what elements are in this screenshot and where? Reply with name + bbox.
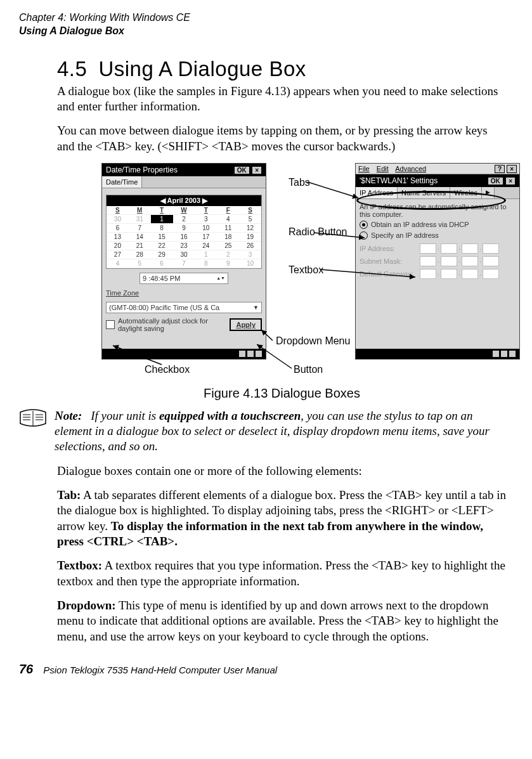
dow: T bbox=[151, 206, 173, 215]
ok-button[interactable]: OK bbox=[234, 166, 250, 174]
cal-day[interactable]: 2 bbox=[217, 250, 239, 259]
callout-radio: Radio Button bbox=[289, 226, 347, 238]
cal-day[interactable]: 3 bbox=[195, 215, 217, 224]
dow: T bbox=[195, 206, 217, 215]
ip-octet[interactable] bbox=[441, 243, 457, 254]
cal-day[interactable]: 20 bbox=[107, 242, 129, 250]
radio-dhcp[interactable] bbox=[360, 221, 368, 229]
month-label: April 2003 bbox=[167, 197, 201, 204]
def-tab: Tab: A tab separates different elements … bbox=[57, 488, 507, 549]
gw-octet[interactable] bbox=[483, 269, 499, 279]
cal-day[interactable]: 25 bbox=[217, 242, 239, 250]
callout-tabs: Tabs bbox=[289, 177, 310, 188]
chapter-header: Chapter 4: Working With Windows CE Using… bbox=[19, 11, 513, 38]
cal-day[interactable]: 6 bbox=[151, 259, 173, 268]
note-block: Note:If your unit is equipped with a tou… bbox=[19, 408, 507, 455]
cal-day[interactable]: 4 bbox=[217, 215, 239, 224]
menu-edit[interactable]: Edit bbox=[377, 165, 389, 172]
cal-day[interactable]: 10 bbox=[195, 224, 217, 233]
intro-paragraph-2: You can move between dialogue items by t… bbox=[57, 123, 507, 154]
month-next-icon[interactable]: ▶ bbox=[202, 197, 207, 204]
cal-day[interactable]: 8 bbox=[195, 259, 217, 268]
cal-day[interactable]: 17 bbox=[195, 233, 217, 242]
subject-line: Using A Dialogue Box bbox=[19, 25, 513, 38]
cal-day[interactable]: 11 bbox=[217, 224, 239, 233]
gw-octet[interactable] bbox=[462, 269, 478, 279]
spinner-icon[interactable]: ▲▼ bbox=[216, 276, 225, 280]
cal-day[interactable]: 2 bbox=[173, 215, 195, 224]
cal-day[interactable]: 5 bbox=[129, 259, 151, 268]
cal-day[interactable]: 24 bbox=[195, 242, 217, 250]
window-title: '$NETWLAN1' Settings bbox=[360, 176, 438, 185]
cal-day[interactable]: 22 bbox=[151, 242, 173, 250]
taskbar-icon bbox=[509, 351, 516, 357]
cal-day[interactable]: 30 bbox=[173, 250, 195, 259]
cal-day[interactable]: 27 bbox=[107, 250, 129, 259]
tab-date-time[interactable]: Date/Time bbox=[102, 176, 142, 188]
cal-day[interactable]: 18 bbox=[217, 233, 239, 242]
close-button[interactable]: × bbox=[252, 166, 262, 174]
month-prev-icon[interactable]: ◀ bbox=[160, 197, 165, 204]
timezone-dropdown[interactable]: (GMT-08:00) Pacific Time (US & Ca ▼ bbox=[106, 302, 262, 313]
radio-specify[interactable] bbox=[360, 231, 368, 240]
note-icon bbox=[19, 408, 47, 430]
cal-day[interactable]: 30 bbox=[107, 215, 129, 224]
taskbar-icon bbox=[493, 351, 499, 357]
cal-day[interactable]: 31 bbox=[129, 215, 151, 224]
cal-day[interactable]: 21 bbox=[129, 242, 151, 250]
section-number: 4.5 bbox=[57, 57, 87, 81]
mask-octet[interactable] bbox=[462, 256, 478, 266]
time-input[interactable]: 9 :48:45 PM ▲▼ bbox=[139, 273, 228, 284]
cal-day[interactable]: 7 bbox=[173, 259, 195, 268]
cal-day-selected[interactable]: 1 bbox=[151, 215, 173, 224]
close-button[interactable]: × bbox=[505, 177, 516, 185]
cal-day[interactable]: 28 bbox=[129, 250, 151, 259]
mask-octet[interactable] bbox=[420, 256, 436, 266]
taskbar bbox=[356, 349, 519, 359]
tab-ip-address[interactable]: IP Address bbox=[356, 187, 398, 198]
cal-day[interactable]: 7 bbox=[129, 224, 151, 233]
cal-day[interactable]: 13 bbox=[107, 233, 129, 242]
ok-button[interactable]: OK bbox=[488, 177, 503, 185]
dow: M bbox=[129, 206, 151, 215]
dow: W bbox=[173, 206, 195, 215]
cal-day[interactable]: 1 bbox=[195, 250, 217, 259]
daylight-checkbox[interactable] bbox=[106, 320, 115, 329]
screenshot-date-time: Date/Time Properties OK × Date/Time ◀ Ap… bbox=[101, 163, 266, 360]
cal-day[interactable]: 4 bbox=[107, 259, 129, 268]
tab-wireless[interactable]: Wireles bbox=[450, 187, 482, 198]
mask-octet[interactable] bbox=[483, 256, 499, 266]
help-button[interactable]: ? bbox=[495, 165, 505, 173]
cal-day[interactable]: 29 bbox=[151, 250, 173, 259]
cal-day[interactable]: 19 bbox=[239, 233, 261, 242]
cal-day[interactable]: 14 bbox=[129, 233, 151, 242]
menu-file[interactable]: File bbox=[358, 165, 370, 172]
cal-day[interactable]: 23 bbox=[173, 242, 195, 250]
gw-octet[interactable] bbox=[420, 269, 436, 279]
cal-day[interactable]: 3 bbox=[239, 250, 261, 259]
menu-advanced[interactable]: Advanced bbox=[395, 165, 426, 172]
cal-day[interactable]: 12 bbox=[239, 224, 261, 233]
tab-name-servers[interactable]: Name Servers bbox=[398, 187, 450, 198]
ip-octet[interactable] bbox=[462, 243, 478, 254]
cal-day[interactable]: 16 bbox=[173, 233, 195, 242]
cal-day[interactable]: 5 bbox=[239, 215, 261, 224]
mask-octet[interactable] bbox=[441, 256, 457, 266]
gw-octet[interactable] bbox=[441, 269, 457, 279]
dow: S bbox=[107, 206, 129, 215]
cal-day[interactable]: 8 bbox=[151, 224, 173, 233]
cal-day[interactable]: 6 bbox=[107, 224, 129, 233]
ip-octet[interactable] bbox=[420, 243, 436, 254]
cal-day[interactable]: 9 bbox=[173, 224, 195, 233]
cal-day[interactable]: 26 bbox=[239, 242, 261, 250]
ip-octet[interactable] bbox=[483, 243, 499, 254]
chevron-down-icon: ▼ bbox=[253, 304, 259, 311]
cal-day[interactable]: 15 bbox=[151, 233, 173, 242]
tab-scroll-right[interactable]: ▶ bbox=[482, 187, 495, 198]
apply-button[interactable]: Apply bbox=[230, 318, 262, 331]
cal-day[interactable]: 10 bbox=[239, 259, 261, 268]
taskbar bbox=[102, 349, 266, 359]
ip-address-label: IP Address: bbox=[360, 245, 420, 252]
close-button[interactable]: × bbox=[507, 165, 517, 173]
cal-day[interactable]: 9 bbox=[217, 259, 239, 268]
